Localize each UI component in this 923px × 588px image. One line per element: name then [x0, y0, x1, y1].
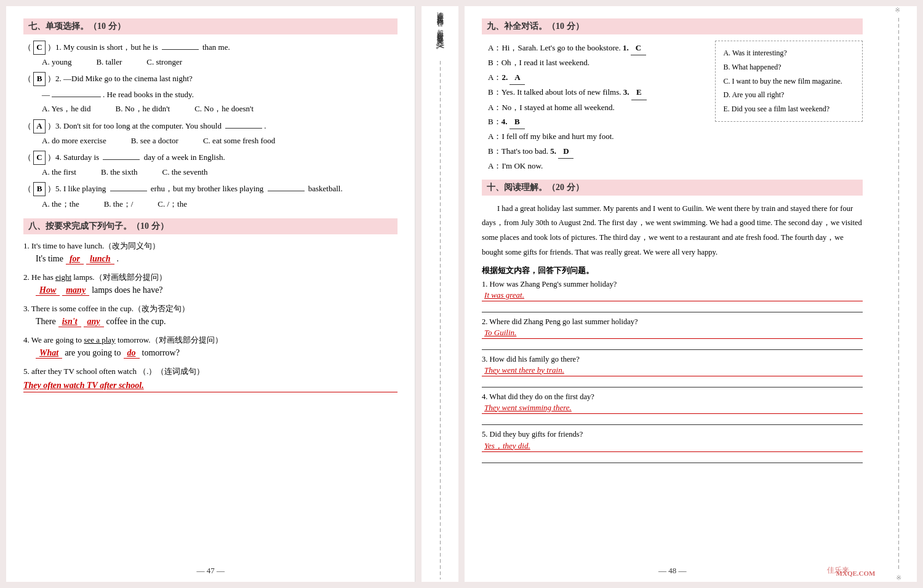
- reading-questions: 1. How was Zhang Peng's summer holiday? …: [482, 280, 863, 463]
- right-page: 九、补全对话。（10 分） A. Was it interesting? B. …: [465, 6, 880, 582]
- s8-q2: 2. He has eight lamps.（对画线部分提问） How many…: [23, 272, 398, 296]
- q7-3-options: A. do more exercise B. see a doctor C. e…: [42, 136, 398, 146]
- q7-1-options: A. young B. taller C. stronger: [42, 57, 398, 67]
- q7-5: （ B ）5. I like playing erhu，but my broth…: [23, 182, 398, 210]
- dialog-a4: A：I fell off my bike and hurt my foot.: [488, 129, 863, 143]
- dialog-b4: B：That's too bad. 5. D: [488, 144, 863, 159]
- section9-header: 九、补全对话。（10 分）: [482, 18, 863, 34]
- s8-q5: 5. after they TV school often watch （.）（…: [23, 366, 398, 392]
- q7-5-options: A. the；the B. the；/ C. /；the: [42, 199, 398, 210]
- exam-page: 七、单项选择。（10 分） （ C ）1. My cousin is short…: [0, 0, 923, 588]
- q7-3-answer: A: [33, 119, 46, 133]
- s8-q3: 3. There is some coffee in the cup.（改为否定…: [23, 303, 398, 327]
- q7-3: （ A ）3. Don't sit for too long at the co…: [23, 119, 398, 146]
- side-strip: 请在密封线内作答，超出密封线答案无效 ✂: [422, 6, 458, 582]
- rq-2: 2. Where did Zhang Peng go last summer h…: [482, 317, 863, 350]
- reading-passage: I had a great holiday last summer. My pa…: [482, 202, 863, 260]
- left-page: 七、单项选择。（10 分） （ C ）1. My cousin is short…: [6, 6, 415, 582]
- q7-5-answer: B: [33, 182, 46, 196]
- choice-box: A. Was it interesting? B. What happened?…: [715, 41, 863, 122]
- rq-3: 3. How did his family go there? They wen…: [482, 355, 863, 387]
- section8-header: 八、按要求完成下列句子。（10 分）: [23, 218, 398, 234]
- scissors-icon: ✂: [436, 40, 445, 54]
- rq-5: 5. Did they buy gifts for friends? Yes，t…: [482, 430, 863, 463]
- rq-4: 4. What did they do on the first day? Th…: [482, 392, 863, 425]
- q7-2: （ B ）2. —Did Mike go to the cinema last …: [23, 72, 398, 115]
- section7-header: 七、单项选择。（10 分）: [23, 18, 398, 34]
- q7-1-answer: C: [33, 41, 46, 55]
- left-page-number: — 47 —: [196, 566, 225, 576]
- site-watermark: MXQE.COM: [836, 570, 876, 577]
- q7-1: （ C ）1. My cousin is short，but he is tha…: [23, 41, 398, 67]
- s8-q1: 1. It's time to have lunch.（改为同义句） It's …: [23, 240, 398, 264]
- q7-4: （ C ）4. Saturday is day of a week in Eng…: [23, 151, 398, 177]
- right-page-number: — 48 —: [658, 566, 687, 576]
- section10-header: 十、阅读理解。（20 分）: [482, 180, 863, 196]
- right-side-strip: ※ ※: [880, 6, 917, 582]
- section9-content: A. Was it interesting? B. What happened?…: [482, 41, 863, 173]
- reading-instruction: 根据短文内容，回答下列问题。: [482, 265, 863, 276]
- dialog-a5: A：I'm OK now.: [488, 159, 863, 173]
- q7-2-answer: B: [33, 72, 46, 86]
- q7-4-options: A. the first B. the sixth C. the seventh: [42, 167, 398, 177]
- q7-4-answer: C: [33, 151, 46, 165]
- s8-q4: 4. We are going to see a play tomorrow.（…: [23, 335, 398, 359]
- q7-2-options: A. Yes，he did B. No，he didn't C. No，he d…: [42, 103, 398, 114]
- rq-1: 1. How was Zhang Peng's summer holiday? …: [482, 280, 863, 312]
